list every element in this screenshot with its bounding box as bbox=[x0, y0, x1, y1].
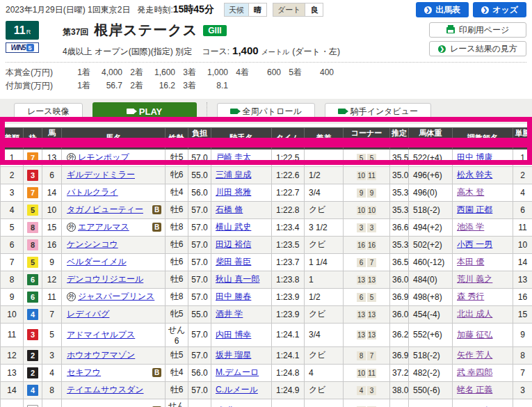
horse-number-cell: 14 bbox=[42, 184, 62, 201]
horse-name-link[interactable]: ヘリオス bbox=[67, 405, 101, 407]
corner-position-chip: 6 bbox=[357, 258, 366, 267]
table-row: 1512ヘリオスBせん757.0武 豊1:25.01/22238.4466(+3… bbox=[1, 399, 532, 407]
trainer-name-link[interactable]: 西園 正都 bbox=[457, 205, 492, 214]
horse-name-cell: アドマイヤルプス bbox=[62, 323, 166, 346]
horse-name-cell: デンコウリジエール bbox=[62, 271, 166, 288]
popularity-cell: 14 bbox=[513, 253, 532, 271]
trainer-cell: 池添 学 bbox=[453, 218, 513, 236]
race-conditions: 4歳以上 オープン(国際)(指定) 別定 コース: 1,400 メートル (ダー… bbox=[63, 45, 429, 58]
result-guide-button[interactable]: ❯ レース結果の見方 bbox=[429, 41, 526, 56]
column-header-frame-number: 枠 bbox=[24, 128, 42, 150]
course-unit: メートル bbox=[261, 47, 290, 57]
body-weight-cell: 552(+6) bbox=[409, 323, 453, 346]
last-3f-cell: 38.0 bbox=[390, 381, 409, 399]
horse-number-cell: 6 bbox=[42, 166, 62, 184]
column-header-time: タイム bbox=[272, 128, 305, 150]
horse-name-cell: タガノビューティーB bbox=[62, 201, 166, 218]
jockey-cell: 秋山 真一郎 bbox=[211, 271, 272, 288]
horse-name-link[interactable]: レモンポップ bbox=[78, 152, 129, 163]
jockey-name-link[interactable]: 柴田 善臣 bbox=[216, 257, 251, 266]
jockey-name-link[interactable]: 川田 将雅 bbox=[216, 187, 251, 197]
jockey-name-link[interactable]: 横山 武史 bbox=[216, 222, 251, 232]
frame-number-cell: 7 bbox=[24, 184, 42, 201]
horse-name-link[interactable]: セキフウ bbox=[67, 367, 101, 378]
jockey-name-link[interactable]: 戸崎 圭太 bbox=[216, 152, 251, 162]
body-weight-cell: 496(+6) bbox=[409, 166, 453, 184]
trainer-name-link[interactable]: 矢作 芳人 bbox=[457, 350, 492, 360]
jockey-name-link[interactable]: 秋山 真一郎 bbox=[216, 274, 259, 284]
horse-name-link[interactable]: タガノビューティー bbox=[67, 204, 143, 216]
foreign-bred-icon: 外 bbox=[67, 223, 76, 232]
corner-order-cell: 99 bbox=[344, 184, 390, 201]
trainer-name-link[interactable]: 森 秀行 bbox=[457, 292, 484, 301]
last-3f-cell: 36.6 bbox=[390, 218, 409, 236]
horse-name-link[interactable]: テイエムサウスダン bbox=[67, 384, 144, 396]
jockey-interview-button[interactable]: 騎手インタビュー bbox=[325, 103, 431, 120]
horse-name-link[interactable]: ベルダーイメル bbox=[67, 256, 127, 268]
print-page-button[interactable]: 印刷用ページ bbox=[429, 22, 526, 38]
horse-name-link[interactable]: アドマイヤルプス bbox=[67, 329, 135, 341]
frame-number-cell: 3 bbox=[24, 323, 42, 346]
video-camera-icon bbox=[127, 109, 134, 114]
prize-place-label: 1着 bbox=[70, 80, 90, 92]
odds-button[interactable]: ❯ オッズ bbox=[473, 2, 526, 17]
trainer-name-link[interactable]: 池添 学 bbox=[457, 222, 484, 232]
time-cell: 1:24.9 bbox=[272, 381, 305, 399]
trainer-name-link[interactable]: 北出 成人 bbox=[457, 309, 492, 319]
horse-name-link[interactable]: ケンシンコウ bbox=[67, 239, 118, 250]
jockey-name-link[interactable]: 酒井 学 bbox=[216, 309, 243, 319]
jockey-name-link[interactable]: 田辺 裕信 bbox=[216, 239, 251, 249]
jockey-name-link[interactable]: 三浦 皇成 bbox=[216, 170, 251, 179]
race-video-button[interactable]: レース映像 bbox=[14, 103, 83, 120]
horse-name-link[interactable]: エアアルマス bbox=[78, 221, 129, 233]
trainer-name-link[interactable]: 本田 優 bbox=[457, 257, 484, 266]
horse-name-link[interactable]: バトルクライ bbox=[67, 186, 118, 198]
horse-name-link[interactable]: ギルデッドミラー bbox=[67, 169, 135, 181]
last-3f-cell: 36.9 bbox=[390, 346, 409, 364]
trainer-cell: 高木 登 bbox=[453, 184, 513, 201]
horse-number-cell: 15 bbox=[42, 218, 62, 236]
column-header-horse-name: 馬名 bbox=[62, 128, 166, 150]
weather-value: 晴 bbox=[248, 3, 266, 16]
trainer-name-link[interactable]: 荒川 義之 bbox=[457, 274, 492, 284]
jockey-name-link[interactable]: 坂井 瑠星 bbox=[216, 350, 251, 360]
jockey-name-link[interactable]: 内田 博幸 bbox=[216, 330, 251, 340]
time-cell: 1:22.6 bbox=[272, 166, 305, 184]
trainer-name-link[interactable]: 松永 幹夫 bbox=[457, 170, 492, 179]
horse-name-link[interactable]: デンコウリジエール bbox=[67, 273, 143, 285]
horse-name-cell: バトルクライ bbox=[62, 184, 166, 201]
horse-name-link[interactable]: レディバグ bbox=[67, 308, 109, 320]
sex-age-cell: 牡6 bbox=[166, 253, 188, 271]
horse-name-link[interactable]: ジャスパープリンス bbox=[78, 291, 154, 303]
corner-position-chip: 6 bbox=[357, 293, 366, 302]
corner-position-chip: 16 bbox=[357, 241, 366, 250]
trainer-cell: 小西 一男 bbox=[453, 236, 513, 253]
patrol-label: 全周パトロール bbox=[243, 106, 302, 118]
jockey-name-link[interactable]: 石橋 脩 bbox=[216, 205, 243, 214]
jockey-cell: 田中 勝春 bbox=[211, 288, 272, 305]
play-button[interactable]: PLAY bbox=[92, 102, 197, 120]
horse-name-link[interactable]: ホウオウアマゾン bbox=[67, 349, 135, 361]
trainer-name-link[interactable]: 田中 博康 bbox=[457, 152, 492, 162]
carried-weight-cell: 55.0 bbox=[188, 166, 211, 184]
jockey-name-link[interactable]: C.ルメール bbox=[216, 385, 258, 394]
trainer-name-link[interactable]: 武 幸四郎 bbox=[457, 367, 492, 377]
win5-logo: WIN5 5 bbox=[6, 42, 39, 53]
trainer-cell: 西園 正都 bbox=[453, 399, 513, 407]
trainer-name-link[interactable]: 加藤 征弘 bbox=[457, 330, 492, 340]
jockey-name-link[interactable]: M.デムーロ bbox=[216, 367, 259, 377]
jockey-cell: 横山 武史 bbox=[211, 218, 272, 236]
trainer-name-link[interactable]: 高木 登 bbox=[457, 187, 484, 197]
trainer-name-link[interactable]: 蛯名 正義 bbox=[457, 385, 492, 394]
time-cell: 1:24.1 bbox=[272, 323, 305, 346]
trainer-name-link[interactable]: 小西 一男 bbox=[457, 239, 492, 249]
sex-age-cell: せん7 bbox=[166, 399, 188, 407]
patrol-video-button[interactable]: 全周パトロール bbox=[217, 103, 315, 120]
course-distance: 1,400 bbox=[232, 45, 259, 56]
frame-badge: 6 bbox=[27, 274, 38, 285]
trainer-cell: 矢作 芳人 bbox=[453, 346, 513, 364]
trainer-cell: 加藤 征弘 bbox=[453, 323, 513, 346]
jockey-name-link[interactable]: 田中 勝春 bbox=[216, 292, 251, 301]
entries-button[interactable]: ❯ 出馬表 bbox=[416, 2, 469, 17]
corner-order-cell: 1011 bbox=[344, 166, 390, 184]
